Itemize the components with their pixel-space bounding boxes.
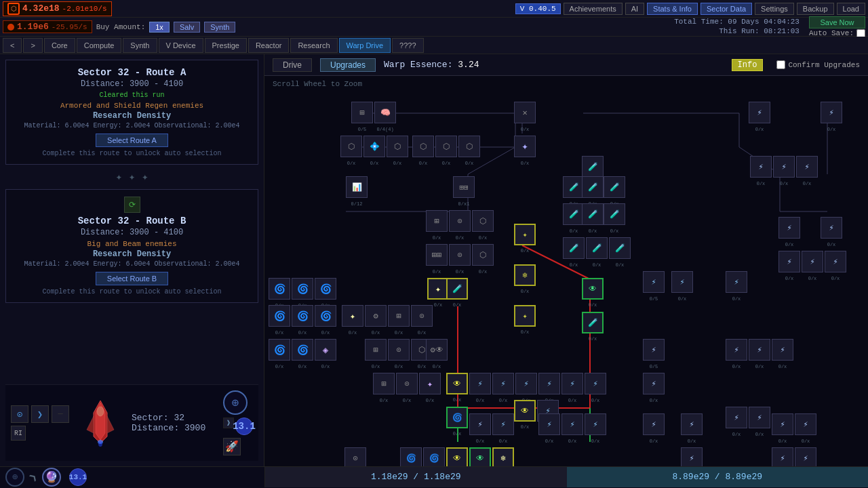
node-bolt-fr3[interactable]: ⚡ 0/x (778, 251, 800, 272)
node-r6-1[interactable]: 🌀 0/x (269, 339, 290, 361)
node-hp-5[interactable]: ⚡ 0/x (796, 156, 818, 178)
node-c2[interactable]: ⊙ 0/x (449, 244, 471, 266)
node-fr-3[interactable]: ⚡ 0/x (726, 339, 747, 361)
save-now-button[interactable]: Save Now (809, 16, 865, 28)
node-flask-4[interactable]: 🧪 0/x (604, 176, 625, 198)
node-yellow-3[interactable]: ✦ 0/x (514, 305, 536, 327)
node-2[interactable]: 🧠 0/4(4) (374, 102, 396, 123)
tab-vdevice[interactable]: V Device (159, 38, 203, 53)
node-green-flask[interactable]: 🧪 0/x (582, 312, 604, 333)
node-bolt-3[interactable]: ⚡ 0/x (515, 373, 537, 394)
node-c3[interactable]: ⬡ 0/x (472, 244, 494, 266)
node-yellow-1[interactable]: ✦ 0/x (514, 224, 536, 245)
node-hp-3[interactable]: ⚡ 0/x (750, 156, 772, 178)
node-bolt-fr4[interactable]: ⚡ 0/x (802, 251, 823, 272)
nav-icon-1[interactable]: ⊙ (11, 405, 28, 423)
node-eye-y2[interactable]: 👁 0/x (446, 447, 468, 466)
tab-research[interactable]: Research (290, 38, 337, 53)
nav-icon-3[interactable]: — (52, 405, 69, 423)
drive-tab-button[interactable]: Drive (273, 58, 312, 72)
node-chart[interactable]: 📊 0/12 (346, 176, 368, 198)
node-3[interactable]: ✕ 0/x (514, 102, 536, 123)
node-bolt-fr5[interactable]: ⚡ 0/x (825, 251, 846, 272)
node-grid[interactable]: ⊞⊞ 0/x1 (453, 176, 475, 198)
node-far-3[interactable]: ⚡ 0/x (795, 413, 816, 435)
node-flask-7[interactable]: 🧪 0/x (604, 203, 625, 225)
node-star-eye-1[interactable]: 👁 0/x (446, 373, 468, 394)
node-fr-6[interactable]: ⚡ 0/x (643, 413, 665, 435)
node-bolt-2[interactable]: ⚡ 0/x (492, 373, 514, 394)
settings-button[interactable]: Settings (755, 3, 794, 15)
node-far-6[interactable]: ⚡ 0/x (795, 447, 816, 466)
node-far-1[interactable]: ⚡ 0/x (681, 413, 703, 435)
node-bolt-5[interactable]: ⚡ 0/x (561, 373, 583, 394)
tab-compute[interactable]: Compute (77, 38, 122, 53)
upgrades-tab-button[interactable]: Upgrades (320, 58, 376, 72)
node-fr-4[interactable]: ⚡ 0/x (749, 339, 770, 361)
node-8[interactable]: ⬡ 0/x (435, 136, 457, 157)
node-b-2[interactable]: ⚡ 0/x (492, 413, 514, 435)
node-star-2[interactable]: ✦ 0/x (342, 305, 363, 327)
node-4[interactable]: ⬡ 0/x (340, 136, 362, 157)
node-gear-eye[interactable]: ⚙👁 0/x (426, 339, 448, 361)
tab-prev-button[interactable]: < (3, 38, 22, 53)
stats-info-button[interactable]: Stats & Info (647, 3, 698, 15)
node-spiral-3[interactable]: 🌀 0/x (315, 278, 336, 300)
node-bolt-r1[interactable]: ⚡ 0/5 (643, 271, 665, 293)
node-c1[interactable]: ⊞⊞ 0/x (426, 244, 448, 266)
node-bolt-fr2[interactable]: ⚡ 0/x (821, 217, 842, 239)
node-flask-6[interactable]: 🧪 0/x (582, 203, 604, 225)
node-bolt-r3[interactable]: ⚡ 0/x (726, 271, 747, 293)
node-swirl-3[interactable]: 🌀 0/x (423, 447, 445, 466)
info-badge-button[interactable]: Info (732, 59, 764, 71)
node-lg-3[interactable]: ✦ 0/x (419, 373, 441, 394)
node-spiral-4[interactable]: 🌀 0/x (269, 305, 290, 327)
node-star-1[interactable]: ✦ 0/x (514, 136, 536, 157)
tab-core[interactable]: Core (44, 38, 75, 53)
node-bolt-r2[interactable]: ⚡ 0/x (671, 271, 693, 293)
node-bolt-1[interactable]: ⚡ 0/x (469, 373, 491, 394)
node-fr-7[interactable]: ⚡ 0/x (726, 407, 747, 428)
node-spiral-2[interactable]: 🌀 0/x (292, 278, 313, 300)
sector-data-button[interactable]: Sector Data (701, 3, 752, 15)
node-swirl-1[interactable]: ⊙ 0/x (344, 447, 366, 466)
node-m1[interactable]: ⊞ 0/x (388, 305, 410, 327)
load-button[interactable]: Load (837, 3, 865, 15)
node-bolt-fr1[interactable]: ⚡ 0/x (778, 217, 800, 239)
ship-small-icon[interactable]: 🚀 (223, 438, 241, 455)
tab-unknown[interactable]: ???? (392, 38, 423, 53)
node-hp-1[interactable]: ⚡ 0/x (749, 102, 770, 123)
node-r6-4[interactable]: ⊞ 0/x (365, 339, 387, 361)
node-swirl-2[interactable]: 🌀 0/x (400, 447, 422, 466)
node-6[interactable]: ⬡ 0/x (387, 136, 408, 157)
tab-warp-drive[interactable]: Warp Drive (339, 38, 391, 53)
node-spiral-6[interactable]: 🌀 0/x (315, 305, 336, 327)
node-eye-g1[interactable]: 👁 0/x (469, 447, 491, 466)
node-fr-1[interactable]: ⚡ 0/5 (643, 339, 665, 361)
node-fr-2[interactable]: ⚡ 0/x (643, 373, 665, 394)
node-flask-r5-1[interactable]: 🧪 0/x (563, 237, 585, 259)
node-r6-3[interactable]: ◈ 0/x (315, 339, 336, 361)
node-5[interactable]: 💠 0/x (363, 136, 385, 157)
node-far-4[interactable]: ⚡ 0/x (681, 447, 703, 466)
select-route-a-button[interactable]: Select Route A (96, 134, 168, 147)
tab-reactor[interactable]: Reactor (248, 38, 290, 53)
buy-salv-button[interactable]: Salv (174, 22, 200, 33)
tab-next-button[interactable]: > (23, 38, 42, 53)
node-flask-r5-2[interactable]: 🧪 0/x (586, 237, 608, 259)
node-hp-4[interactable]: ⚡ 0/x (773, 156, 795, 178)
node-r6-5[interactable]: ⊙ 0/x (388, 339, 410, 361)
node-eye-y3[interactable]: ❄ 0/x (492, 447, 514, 466)
node-flask-y1[interactable]: 🧪 0/x (446, 278, 468, 300)
node-m2[interactable]: ⊙ 0/x (411, 305, 433, 327)
confirm-upgrades-checkbox[interactable] (776, 60, 785, 69)
node-bolt-4[interactable]: ⚡ 0/x (538, 373, 560, 394)
node-b3[interactable]: ⬡ 0/x (472, 210, 494, 232)
node-b2[interactable]: ⊙ 0/x (449, 210, 471, 232)
node-b-1[interactable]: ⚡ 0/x (469, 413, 491, 435)
compass-icon[interactable]: ⊕ (223, 390, 248, 415)
node-lg-2[interactable]: ⊙ 0/x (396, 373, 418, 394)
buy-1x-button[interactable]: 1x (149, 22, 170, 33)
node-b-3[interactable]: ⚡ 0/x (538, 413, 560, 435)
node-b-5[interactable]: ⚡ 0/x (585, 413, 606, 435)
